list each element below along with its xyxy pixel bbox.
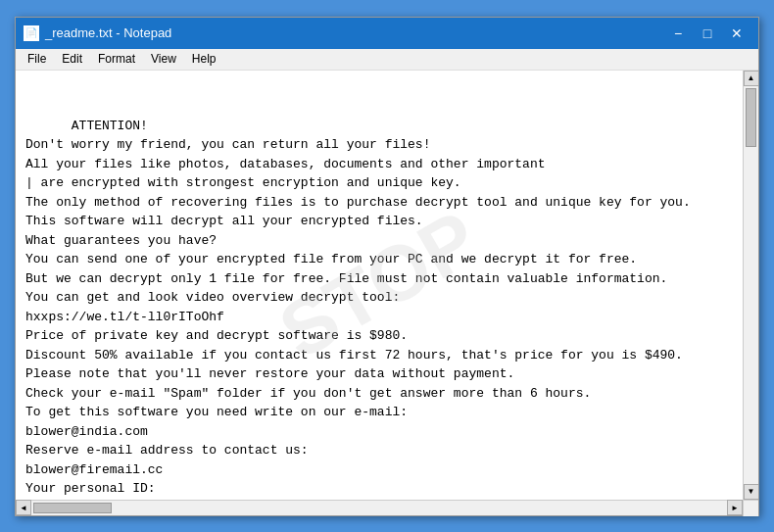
title-bar-left: 📄 _readme.txt - Notepad xyxy=(24,25,171,41)
menu-bar: File Edit Format View Help xyxy=(16,49,758,71)
scroll-thumb-horizontal[interactable] xyxy=(33,503,112,513)
scroll-track-horizontal[interactable] xyxy=(31,501,727,515)
horizontal-scrollbar[interactable]: ◄ ► xyxy=(16,501,743,515)
scroll-left-arrow[interactable]: ◄ xyxy=(16,500,31,515)
scroll-up-arrow[interactable]: ▲ xyxy=(744,71,759,86)
scroll-right-arrow[interactable]: ► xyxy=(727,500,743,515)
scroll-down-arrow[interactable]: ▼ xyxy=(744,484,759,500)
horizontal-scrollbar-container: ◄ ► xyxy=(16,500,758,515)
menu-file[interactable]: File xyxy=(20,50,54,68)
menu-edit[interactable]: Edit xyxy=(54,50,90,68)
scroll-thumb-vertical[interactable] xyxy=(746,88,756,147)
app-icon: 📄 xyxy=(24,25,39,41)
menu-view[interactable]: View xyxy=(143,50,184,68)
notepad-window: 📄 _readme.txt - Notepad − □ ✕ File Edit … xyxy=(15,17,759,516)
text-editor[interactable]: STOP ATTENTION! Don't worry my friend, y… xyxy=(16,71,743,500)
close-button[interactable]: ✕ xyxy=(723,23,750,44)
minimize-button[interactable]: − xyxy=(664,23,692,44)
vertical-scrollbar[interactable]: ▲ ▼ xyxy=(743,71,758,500)
document-text: ATTENTION! Don't worry my friend, you ca… xyxy=(25,119,691,500)
window-controls: − □ ✕ xyxy=(664,23,750,44)
content-area: STOP ATTENTION! Don't worry my friend, y… xyxy=(16,71,758,500)
window-title: _readme.txt - Notepad xyxy=(45,25,171,40)
maximize-button[interactable]: □ xyxy=(694,23,721,44)
scrollbar-corner xyxy=(743,501,758,516)
title-bar: 📄 _readme.txt - Notepad − □ ✕ xyxy=(16,18,758,49)
menu-help[interactable]: Help xyxy=(184,50,224,68)
menu-format[interactable]: Format xyxy=(90,50,143,68)
scroll-track-vertical[interactable] xyxy=(744,86,758,484)
